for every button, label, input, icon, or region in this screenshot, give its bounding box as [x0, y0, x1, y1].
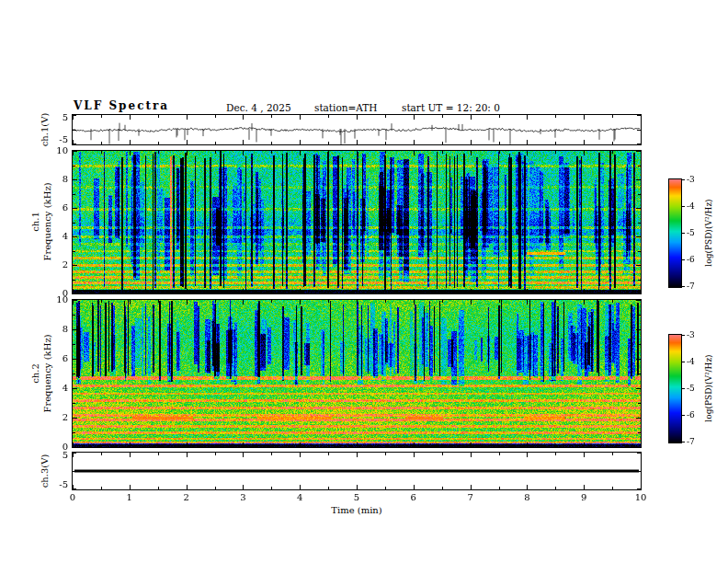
- tick-mark: [414, 485, 415, 489]
- tick-mark: [442, 487, 443, 489]
- y-tick-label: 6: [47, 354, 68, 363]
- ch2-spectrogram: [73, 300, 641, 447]
- tick-mark: [641, 289, 642, 293]
- colorbar-tick-label: -4: [687, 202, 703, 211]
- tick-mark: [73, 194, 75, 195]
- tick-mark: [527, 115, 528, 120]
- tick-mark: [641, 140, 642, 144]
- tick-mark: [637, 115, 641, 116]
- colorbar-tick-label: -4: [687, 358, 703, 366]
- tick-mark: [641, 453, 642, 457]
- tick-mark: [555, 453, 556, 455]
- tick-mark: [300, 300, 301, 304]
- tick-mark: [584, 442, 585, 447]
- tick-mark: [187, 442, 188, 447]
- tick-mark: [158, 151, 159, 154]
- tick-mark: [357, 442, 358, 447]
- tick-mark: [73, 251, 75, 252]
- tick-mark: [385, 453, 386, 455]
- tick-mark: [499, 115, 500, 118]
- tick-mark: [243, 289, 244, 293]
- tick-mark: [73, 144, 76, 144]
- tick-mark: [414, 115, 415, 120]
- tick-mark: [636, 293, 641, 294]
- tick-mark: [442, 444, 443, 447]
- tick-mark: [328, 487, 329, 489]
- tick-mark: [243, 453, 244, 457]
- tick-mark: [584, 485, 585, 489]
- tick-mark: [328, 151, 329, 154]
- tick-mark: [243, 485, 244, 489]
- tick-mark: [271, 300, 272, 303]
- tick-mark: [73, 403, 75, 404]
- tick-mark: [414, 140, 415, 144]
- tick-mark: [357, 453, 358, 457]
- tick-mark: [636, 418, 641, 419]
- tick-mark: [612, 300, 613, 303]
- colorbar-tick-mark: [682, 286, 685, 287]
- x-tick-label: 9: [576, 493, 591, 502]
- tick-mark: [300, 289, 301, 293]
- tick-mark: [637, 453, 641, 454]
- tick-mark: [612, 453, 613, 455]
- tick-mark: [584, 300, 585, 304]
- tick-mark: [73, 115, 76, 116]
- tick-mark: [414, 289, 415, 293]
- tick-mark: [385, 291, 386, 293]
- tick-mark: [243, 442, 244, 447]
- y-tick-label: 2: [47, 413, 68, 422]
- tick-mark: [414, 151, 415, 155]
- tick-mark: [612, 487, 613, 489]
- tick-mark: [471, 115, 472, 120]
- tick-mark: [637, 471, 641, 472]
- colorbar-1-label: log(PSD)(V²/Hz): [705, 199, 713, 266]
- tick-mark: [584, 151, 585, 155]
- tick-mark: [73, 179, 77, 180]
- tick-mark: [636, 236, 641, 237]
- ch1-spectrogram-panel: [72, 150, 642, 294]
- tick-mark: [101, 151, 102, 154]
- colorbar-tick-mark: [682, 362, 685, 362]
- tick-mark: [158, 444, 159, 447]
- ch1-spec-ylabel-frequency: Frequency (kHz): [43, 182, 52, 260]
- tick-mark: [385, 444, 386, 447]
- tick-mark: [243, 151, 244, 155]
- tick-mark: [442, 300, 443, 303]
- y-tick-label: 8: [47, 175, 68, 184]
- tick-mark: [385, 115, 386, 118]
- colorbar-tick-mark: [682, 388, 685, 389]
- tick-mark: [101, 115, 102, 118]
- tick-mark: [636, 447, 641, 448]
- tick-mark: [73, 223, 75, 224]
- tick-mark: [130, 453, 131, 457]
- tick-mark: [638, 251, 641, 252]
- tick-mark: [637, 130, 641, 131]
- tick-mark: [130, 485, 131, 489]
- tick-mark: [300, 140, 301, 144]
- tick-mark: [187, 300, 188, 304]
- tick-mark: [243, 115, 244, 120]
- tick-mark: [158, 291, 159, 293]
- tick-mark: [385, 300, 386, 303]
- tick-mark: [638, 166, 641, 167]
- colorbar-tick-mark: [682, 415, 685, 416]
- tick-mark: [471, 151, 472, 155]
- tick-mark: [442, 142, 443, 144]
- tick-mark: [555, 291, 556, 293]
- tick-mark: [584, 289, 585, 293]
- y-tick-label: 5: [47, 451, 68, 460]
- colorbar-tick-label: -7: [687, 282, 703, 291]
- tick-mark: [527, 485, 528, 489]
- tick-mark: [442, 291, 443, 293]
- tick-mark: [73, 166, 75, 167]
- vlf-spectra-figure: VLF Spectra Dec. 4 , 2025 station=ATH st…: [0, 0, 728, 563]
- colorbar-tick-label: -5: [687, 229, 703, 237]
- tick-mark: [357, 289, 358, 293]
- tick-mark: [499, 291, 500, 293]
- tick-mark: [555, 444, 556, 447]
- tick-mark: [271, 142, 272, 144]
- tick-mark: [641, 300, 642, 304]
- tick-mark: [385, 151, 386, 154]
- tick-mark: [612, 115, 613, 118]
- ch2-spec-ylabel-channel: ch.2: [31, 363, 40, 384]
